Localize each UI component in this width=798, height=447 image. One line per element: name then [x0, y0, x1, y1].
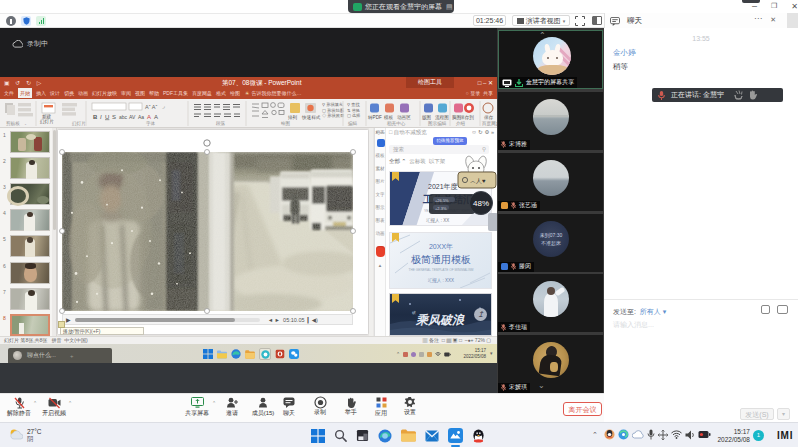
svg-text:编辑: 编辑: [348, 121, 358, 126]
svg-text:S: S: [112, 114, 116, 120]
svg-text:⇅ 替换: ⇅ 替换: [347, 108, 360, 113]
svg-text:剪贴板: 剪贴板: [6, 121, 20, 127]
svg-text:▢ 选择: ▢ 选择: [347, 113, 361, 118]
svg-text:20XX年: 20XX年: [429, 243, 453, 250]
svg-text:A: A: [147, 114, 151, 120]
svg-text:⌄: ⌄: [24, 122, 27, 126]
svg-text:汇报人 : XXX: 汇报人 : XXX: [428, 277, 454, 283]
svg-text:破: 破: [411, 310, 416, 315]
svg-text:THE GENERAL TEMPLATE OF MINIMA: THE GENERAL TEMPLATE OF MINIMALISM: [409, 268, 474, 272]
svg-text:AV: AV: [129, 114, 136, 120]
svg-text:百度网盘: 百度网盘: [481, 121, 497, 127]
svg-text:乘风破浪: 乘风破浪: [415, 313, 465, 327]
svg-text:I: I: [100, 114, 102, 120]
svg-text:绘图: 绘图: [281, 121, 290, 127]
svg-text:◇ 形状效果: ◇ 形状效果: [322, 113, 344, 118]
svg-text:极简通用模板: 极简通用模板: [410, 254, 471, 265]
svg-text:保存: 保存: [483, 115, 494, 120]
svg-text:图示编辑: 图示编辑: [428, 121, 447, 127]
svg-text:▢ 形状轮廓: ▢ 形状轮廓: [322, 108, 345, 113]
svg-text:幻灯片: 幻灯片: [39, 119, 54, 125]
svg-text:⚲ 形状填充: ⚲ 形状填充: [322, 102, 344, 107]
svg-text:幻灯片: 幻灯片: [71, 121, 86, 127]
svg-text:快速样式: 快速样式: [301, 115, 321, 120]
svg-text:⚲ 查找: ⚲ 查找: [347, 102, 360, 107]
svg-text:⍻: ⍻: [162, 104, 165, 110]
svg-text:Aa: Aa: [138, 114, 144, 120]
svg-text:段落: 段落: [216, 121, 226, 127]
svg-text:汇报人 : XX: 汇报人 : XX: [426, 217, 449, 223]
svg-text:B: B: [93, 114, 98, 120]
svg-text:abc: abc: [119, 114, 128, 120]
svg-text:介绍: 介绍: [456, 121, 466, 127]
svg-text:保存到: 保存到: [459, 114, 474, 121]
svg-text:︿人♥: ︿人♥: [470, 178, 486, 184]
svg-text:Aˇ Aˇ: Aˇ Aˇ: [145, 104, 157, 110]
svg-text:转PDF: 转PDF: [368, 115, 382, 120]
svg-text:模板: 模板: [383, 115, 394, 120]
svg-text:稻壳中心: 稻壳中心: [387, 121, 406, 127]
svg-text:2021年度: 2021年度: [428, 183, 458, 191]
svg-text:A: A: [154, 114, 158, 120]
svg-text:字体: 字体: [146, 121, 156, 126]
svg-text:U: U: [105, 114, 109, 120]
svg-text:动画区: 动画区: [397, 115, 411, 120]
